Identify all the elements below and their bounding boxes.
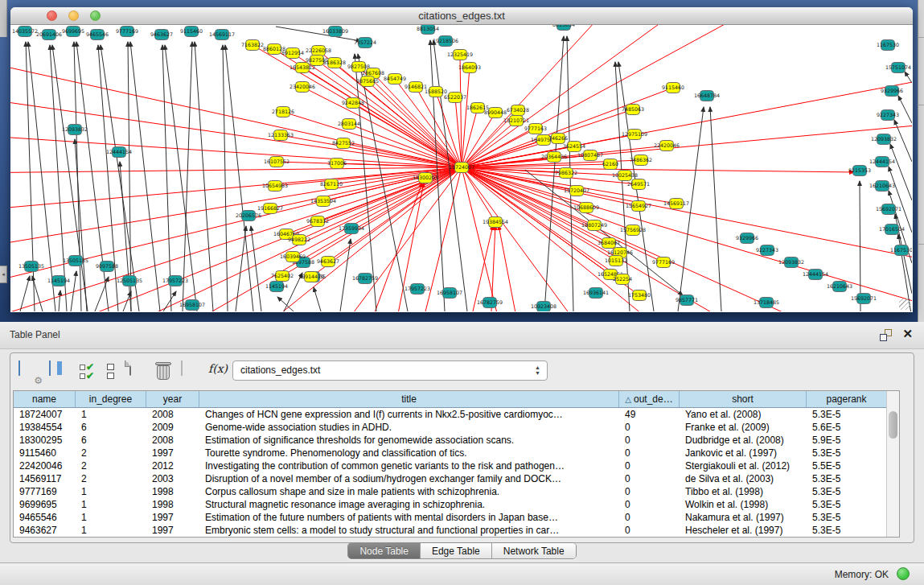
graph-node[interactable]: 746266 (548, 134, 568, 144)
edge[interactable] (183, 42, 192, 311)
graph-node[interactable]: 1753480 (628, 290, 651, 301)
graph-node[interactable]: 9777169 (116, 27, 138, 37)
graph-node[interactable]: 9146821 (405, 82, 427, 93)
network-view-window[interactable]: citations_edges.txt 14035572206914069699… (10, 7, 913, 312)
table-row[interactable]: 911546021997Tourette syndrome. Phenomeno… (14, 447, 886, 459)
window-resize-grip[interactable] (899, 299, 910, 310)
row-checks-icon[interactable]: ✔ ✔ (80, 363, 101, 384)
edge[interactable] (889, 167, 912, 233)
graph-node[interactable]: 8813054 (417, 25, 439, 35)
graph-node[interactable]: 17016504 (879, 225, 905, 235)
graph-node[interactable]: 9875685 (356, 76, 379, 87)
column-header-short[interactable]: short (680, 391, 807, 407)
graph-node[interactable]: 12093832 (871, 134, 897, 145)
table-row[interactable]: 946554611997Estimation of the future num… (14, 511, 886, 524)
graph-node[interactable]: 9115460 (180, 27, 203, 37)
graph-node[interactable]: 16107552 (264, 157, 290, 167)
graph-node[interactable]: 13505135 (63, 256, 88, 266)
delete-table-icon[interactable] (155, 360, 176, 381)
graph-node[interactable]: 16782759 (477, 298, 503, 308)
graph-node[interactable]: 19218506 (433, 36, 458, 47)
close-panel-icon[interactable]: ✕ (902, 327, 913, 341)
graph-node[interactable]: 9463627 (317, 257, 339, 267)
edge[interactable] (251, 226, 261, 311)
graph-node[interactable]: 16958107 (437, 288, 462, 299)
citation-edge[interactable] (293, 167, 462, 257)
select-columns-icon[interactable] (49, 361, 70, 382)
graph-node[interactable]: 20691406 (36, 30, 62, 40)
table-row[interactable]: 977716911998Corpus callosum shape and si… (14, 485, 886, 498)
graph-node[interactable]: 12975109 (622, 130, 647, 140)
graph-node[interactable]: 3684067 (598, 238, 620, 249)
citation-edge[interactable] (302, 87, 462, 167)
column-header-year[interactable]: year (146, 391, 199, 407)
edge[interactable] (223, 45, 228, 311)
graph-node[interactable]: 14569117 (663, 199, 689, 209)
graph-node[interactable]: 20364436 (541, 152, 567, 163)
graph-node[interactable]: 62160 (602, 159, 618, 170)
graph-node[interactable]: 1145194 (47, 276, 70, 286)
graph-node[interactable]: 16914479 (298, 272, 324, 282)
table-panel-header[interactable]: Table Panel ✕ (0, 322, 924, 349)
edge[interactable] (195, 42, 213, 311)
graph-node[interactable]: 13718485 (754, 298, 779, 308)
column-header-pagerank[interactable]: pagerank (807, 391, 886, 407)
edge[interactable] (898, 96, 912, 123)
graph-node[interactable]: 1145194 (265, 282, 288, 292)
edge[interactable] (340, 239, 351, 311)
graph-node[interactable]: 8912954 (281, 48, 304, 59)
graph-node[interactable]: 317006 (327, 159, 347, 169)
graph-node[interactable]: 15210721 (503, 116, 529, 126)
edge[interactable] (59, 290, 60, 311)
graph-node[interactable]: 6522037 (444, 93, 466, 103)
function-builder-icon[interactable]: f(x) (208, 361, 229, 382)
edge[interactable] (710, 107, 721, 311)
edge[interactable] (276, 27, 361, 41)
graph-node[interactable]: 16936141 (583, 288, 609, 299)
graph-node[interactable]: 12444154 (869, 157, 895, 167)
edge[interactable] (314, 287, 321, 311)
graph-node[interactable]: 2649571 (627, 179, 650, 190)
edge[interactable] (225, 45, 253, 311)
table-row[interactable]: 946362711997Embryonic stem cells: a mode… (14, 524, 886, 537)
graph-node[interactable]: 8186328 (323, 58, 346, 68)
tab-network-table[interactable]: Network Table (492, 543, 576, 558)
graph-node[interactable]: 12505135 (117, 276, 142, 286)
table-body[interactable]: 1872400712008Changes of HCN gene express… (14, 408, 886, 537)
graph-node[interactable]: 9227343 (756, 245, 778, 256)
column-header-outde[interactable]: △out_de… (619, 391, 680, 407)
graph-node[interactable]: 16543812 (290, 63, 315, 73)
graph-node[interactable]: 8427552 (332, 138, 355, 149)
graph-node[interactable]: 9465546 (86, 30, 109, 40)
citation-network-graph[interactable]: 1403557220691406969969594655469777169946… (10, 25, 912, 311)
graph-node[interactable]: 14353594 (310, 196, 336, 207)
graph-node[interactable]: 12444154 (803, 270, 828, 280)
edge[interactable] (678, 107, 704, 311)
graph-node[interactable]: 12325419 (447, 50, 473, 60)
graph-node[interactable]: 16210643 (827, 282, 852, 292)
citation-edge[interactable] (462, 25, 782, 167)
graph-node[interactable]: 9242848 (342, 98, 364, 109)
graph-node[interactable]: 9699695 (62, 27, 84, 37)
graph-node[interactable]: 14569117 (209, 30, 235, 40)
graph-node[interactable]: 8990448 (484, 108, 507, 118)
graph-node[interactable]: 9777169 (652, 257, 675, 268)
graph-node[interactable]: 12444154 (106, 147, 132, 158)
graph-node[interactable]: 2718126 (272, 107, 294, 117)
column-header-title[interactable]: title (199, 391, 619, 407)
graph-node[interactable]: 8813054 (552, 25, 575, 31)
graph-node[interactable]: 16958107 (179, 300, 205, 311)
graph-node[interactable]: 8215353 (848, 166, 871, 176)
graph-node[interactable]: 15692071 (876, 204, 901, 215)
table-row[interactable]: 1938455462009Genome-wide association stu… (14, 421, 886, 434)
graph-node[interactable]: 22226058 (306, 46, 331, 56)
graph-node[interactable]: 17359934 (339, 224, 364, 234)
graph-node[interactable]: 23420046 (290, 82, 315, 93)
network-graph-canvas[interactable]: 1403557220691406969969594655469777169946… (10, 25, 912, 311)
graph-node[interactable]: 1015132 (605, 256, 627, 266)
citation-edge[interactable] (462, 167, 616, 261)
window-titlebar[interactable]: citations_edges.txt (10, 7, 913, 25)
graph-node[interactable]: 12093832 (778, 257, 804, 268)
table-header-row[interactable]: namein_degreeyeartitle△out_de…shortpager… (14, 391, 886, 408)
graph-node[interactable]: 15756928 (620, 225, 646, 236)
